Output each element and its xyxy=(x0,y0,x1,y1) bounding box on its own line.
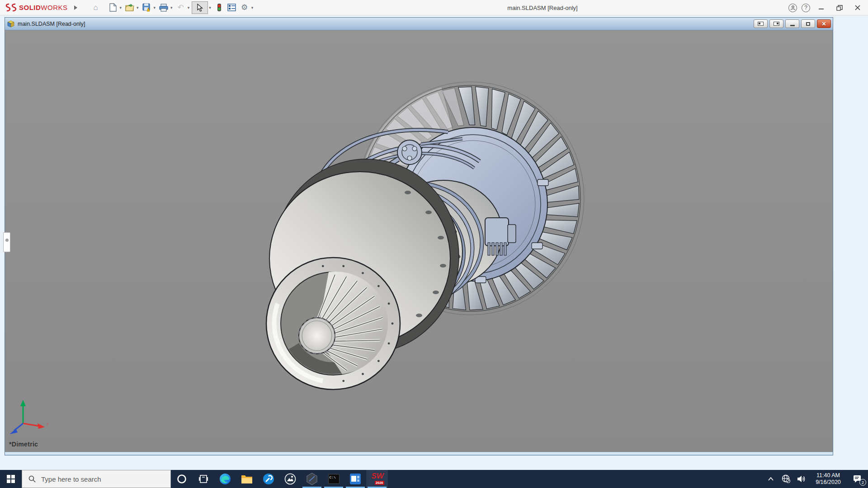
svg-text:x: x xyxy=(47,422,49,426)
undo-dropdown-icon[interactable]: ▾ xyxy=(188,5,191,10)
taskbar: C:\ SW2020 11:40 AM 9/16/2020 xyxy=(0,470,868,488)
main-titlebar: SOLIDWORKS ⌂ ▾ ▾ ▾ ▾ ↶ ▾ ▾ xyxy=(0,0,868,15)
pane-right-icon[interactable] xyxy=(769,19,783,28)
solidworks-logo-icon xyxy=(5,3,18,13)
graphics-viewport[interactable]: x *Dimetric xyxy=(5,30,833,452)
toolbar-expander-icon[interactable] xyxy=(74,5,77,10)
network-globe-offline-icon[interactable] xyxy=(778,470,794,488)
document-window: main.SLDASM [Read-only] ✕ xyxy=(5,17,833,455)
search-input[interactable] xyxy=(41,475,154,483)
logo-text: SOLIDWORKS xyxy=(19,4,68,11)
new-document-dropdown-icon[interactable]: ▾ xyxy=(120,5,123,10)
hexagon-app-icon[interactable] xyxy=(301,470,323,488)
window-app-icon[interactable] xyxy=(344,470,366,488)
open-folder-icon[interactable] xyxy=(124,1,136,14)
document-titlebar[interactable]: main.SLDASM [Read-only] ✕ xyxy=(5,18,833,30)
mdi-background: main.SLDASM [Read-only] ✕ xyxy=(0,15,868,470)
clock-date: 9/16/2020 xyxy=(816,479,841,486)
action-center-icon[interactable]: 2 xyxy=(847,470,868,488)
notification-badge: 2 xyxy=(859,479,866,486)
select-tool-active-box[interactable] xyxy=(192,1,208,14)
new-document-icon[interactable] xyxy=(107,1,119,14)
save-dropdown-icon[interactable]: ▾ xyxy=(154,5,157,10)
command-prompt-icon[interactable]: C:\ xyxy=(323,470,344,488)
window-bottom-frame xyxy=(5,452,833,455)
solidworks-logo: SOLIDWORKS xyxy=(5,3,68,13)
settings-wrench-icon[interactable] xyxy=(258,470,279,488)
start-button[interactable] xyxy=(0,470,22,488)
settings-gear-icon[interactable]: ⚙ xyxy=(239,1,250,14)
edge-icon[interactable] xyxy=(214,470,236,488)
file-explorer-icon[interactable] xyxy=(236,470,258,488)
close-icon[interactable] xyxy=(851,2,864,14)
cortana-icon[interactable] xyxy=(171,470,193,488)
help-icon[interactable]: ? xyxy=(802,4,810,12)
terminal-label: C:\ xyxy=(328,474,340,484)
open-dropdown-icon[interactable]: ▾ xyxy=(137,5,140,10)
solidworks-app-icon[interactable]: SW2020 xyxy=(366,470,388,488)
account-icon[interactable] xyxy=(788,4,797,12)
rebuild-stoplight-icon[interactable] xyxy=(213,1,225,14)
photos-icon[interactable] xyxy=(279,470,301,488)
sw-year-badge: 2020 xyxy=(375,481,384,485)
clock-time: 11:40 AM xyxy=(816,472,840,479)
tray-chevron-up-icon[interactable] xyxy=(763,470,778,488)
view-orientation-label: *Dimetric xyxy=(9,441,38,448)
select-dropdown-icon[interactable]: ▾ xyxy=(209,5,212,10)
taskbar-search[interactable] xyxy=(22,470,171,488)
engine-3d-model[interactable] xyxy=(5,30,833,452)
volume-icon[interactable] xyxy=(794,470,809,488)
window-title: main.SLDASM [Read-only] xyxy=(486,0,599,15)
search-icon xyxy=(28,475,36,483)
taskbar-apps: C:\ SW2020 xyxy=(214,470,388,488)
undo-icon[interactable]: ↶ xyxy=(175,1,187,14)
reference-triad: x xyxy=(8,397,51,435)
doc-minimize-icon[interactable] xyxy=(785,19,799,28)
screen: SOLIDWORKS ⌂ ▾ ▾ ▾ ▾ ↶ ▾ ▾ xyxy=(0,0,868,488)
quick-toolbar: ⌂ ▾ ▾ ▾ ▾ ↶ ▾ ▾ ⚙ xyxy=(90,1,255,14)
sw-logo-text: SW xyxy=(372,472,384,481)
task-pane-list-icon[interactable] xyxy=(226,1,238,14)
windows-logo-icon xyxy=(7,475,15,483)
save-icon[interactable] xyxy=(141,1,153,14)
pane-left-icon[interactable] xyxy=(754,19,768,28)
titlebar-right-controls: ? xyxy=(788,0,864,15)
taskbar-clock[interactable]: 11:40 AM 9/16/2020 xyxy=(809,470,847,488)
restore-icon[interactable] xyxy=(833,2,846,14)
document-window-buttons: ✕ xyxy=(754,19,831,28)
select-cursor-icon xyxy=(197,4,203,12)
home-icon[interactable]: ⌂ xyxy=(90,1,102,14)
panel-splitter-handle[interactable] xyxy=(3,232,10,252)
document-title: main.SLDASM [Read-only] xyxy=(18,21,85,27)
doc-restore-icon[interactable] xyxy=(801,19,815,28)
print-icon[interactable] xyxy=(158,1,170,14)
doc-close-icon[interactable]: ✕ xyxy=(817,19,831,28)
task-view-icon[interactable] xyxy=(193,470,214,488)
settings-dropdown-icon[interactable]: ▾ xyxy=(251,5,255,10)
splitter-dot-icon xyxy=(5,239,9,242)
system-tray: 11:40 AM 9/16/2020 2 xyxy=(763,470,868,488)
assembly-document-icon xyxy=(7,20,15,28)
minimize-icon[interactable] xyxy=(815,2,828,14)
print-dropdown-icon[interactable]: ▾ xyxy=(170,5,174,10)
